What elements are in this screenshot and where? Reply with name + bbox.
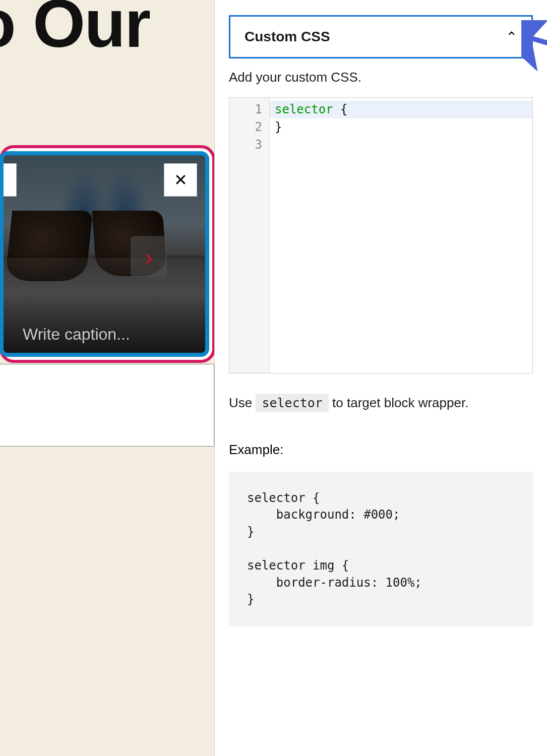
move-next-button[interactable]: ›	[0, 163, 17, 197]
selected-gallery-block[interactable]: › ✕ › Write caption...	[0, 145, 214, 363]
chevron-up-icon: ⌃	[506, 29, 517, 45]
example-code-block: selector { background: #000; } selector …	[229, 472, 533, 626]
code-line: }	[275, 118, 527, 136]
page-headline: To Our e	[0, 0, 150, 125]
slide-next-button[interactable]: ›	[131, 236, 167, 277]
hint-text: to target block wrapper.	[329, 395, 468, 410]
editor-gutter: 1 2 3	[229, 98, 270, 373]
selector-hint: Use selector to target block wrapper.	[229, 394, 533, 413]
caption-input[interactable]: Write caption...	[23, 325, 130, 344]
token-brace: }	[275, 120, 282, 134]
chevron-right-icon: ›	[145, 243, 153, 271]
panel-title: Custom CSS	[245, 29, 330, 45]
code-chip: selector	[256, 394, 328, 412]
close-icon: ✕	[174, 170, 188, 190]
headline-line1: To Our	[0, 0, 150, 61]
empty-block-placeholder[interactable]	[0, 364, 214, 447]
example-label: Example:	[229, 442, 533, 458]
line-number: 2	[229, 118, 262, 136]
caption-placeholder: Write caption...	[23, 325, 130, 343]
remove-image-button[interactable]: ✕	[164, 163, 197, 197]
editor-content[interactable]: selector { }	[270, 98, 532, 373]
chevron-right-icon: ›	[0, 171, 3, 190]
gallery-image-frame: › ✕ › Write caption...	[0, 151, 209, 357]
settings-panel: Custom CSS ⌃ Add your custom CSS. 1 2 3 …	[214, 0, 547, 756]
editor-canvas: To Our e › ✕ › Write caption...	[0, 0, 214, 756]
svg-line-0	[531, 38, 547, 69]
line-number: 1	[229, 101, 262, 118]
help-text: Add your custom CSS.	[229, 70, 533, 85]
line-number: 3	[229, 136, 262, 154]
hint-text: Use	[229, 395, 256, 410]
custom-css-panel-toggle[interactable]: Custom CSS ⌃	[229, 15, 533, 58]
token-selector: selector	[275, 102, 333, 116]
css-code-editor[interactable]: 1 2 3 selector { }	[229, 97, 533, 373]
token-brace: {	[333, 102, 348, 116]
